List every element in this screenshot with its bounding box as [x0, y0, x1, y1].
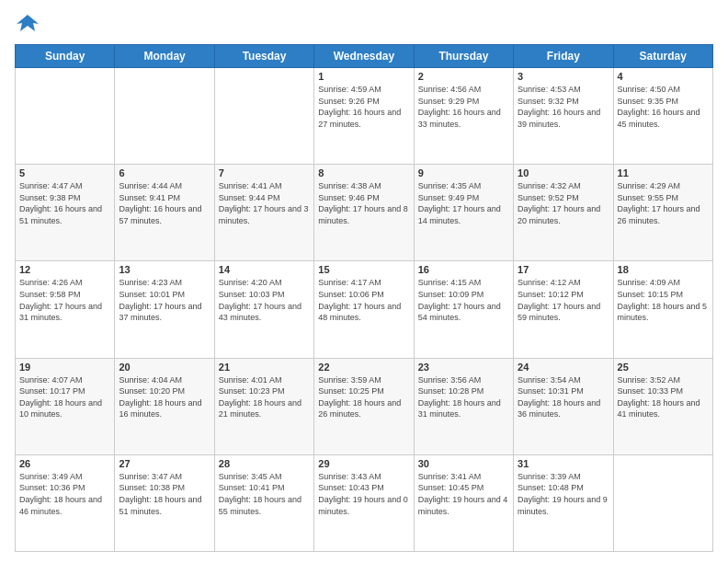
day-number: 29 [318, 458, 409, 469]
day-number: 17 [518, 264, 609, 275]
calendar-day-cell: 8Sunrise: 4:38 AM Sunset: 9:46 PM Daylig… [314, 165, 414, 261]
calendar-week-row: 19Sunrise: 4:07 AM Sunset: 10:17 PM Dayl… [16, 358, 713, 454]
day-info: Sunrise: 4:47 AM Sunset: 9:38 PM Dayligh… [19, 180, 110, 226]
day-number: 19 [19, 362, 110, 373]
day-number: 9 [418, 167, 509, 178]
calendar-header-cell: Thursday [414, 45, 513, 68]
calendar-day-cell: 22Sunrise: 3:59 AM Sunset: 10:25 PM Dayl… [314, 358, 414, 454]
calendar-day-cell: 3Sunrise: 4:53 AM Sunset: 9:32 PM Daylig… [514, 68, 613, 165]
day-info: Sunrise: 4:09 AM Sunset: 10:15 PM Daylig… [618, 277, 709, 323]
day-number: 24 [518, 362, 609, 373]
day-info: Sunrise: 3:54 AM Sunset: 10:31 PM Daylig… [518, 374, 609, 420]
calendar-header: SundayMondayTuesdayWednesdayThursdayFrid… [16, 45, 713, 68]
day-info: Sunrise: 4:56 AM Sunset: 9:29 PM Dayligh… [418, 84, 509, 130]
day-info: Sunrise: 3:49 AM Sunset: 10:36 PM Daylig… [19, 471, 110, 517]
calendar-day-cell [115, 68, 214, 165]
day-info: Sunrise: 3:45 AM Sunset: 10:41 PM Daylig… [219, 471, 310, 517]
calendar-day-cell: 12Sunrise: 4:26 AM Sunset: 9:58 PM Dayli… [16, 261, 115, 358]
calendar-day-cell: 27Sunrise: 3:47 AM Sunset: 10:38 PM Dayl… [115, 454, 214, 551]
calendar-week-row: 5Sunrise: 4:47 AM Sunset: 9:38 PM Daylig… [16, 165, 713, 261]
calendar-header-cell: Saturday [613, 45, 712, 68]
day-number: 7 [219, 167, 310, 178]
day-number: 30 [418, 458, 509, 469]
day-number: 10 [518, 167, 609, 178]
day-number: 6 [119, 167, 210, 178]
calendar-week-row: 26Sunrise: 3:49 AM Sunset: 10:36 PM Dayl… [16, 454, 713, 551]
calendar-week-row: 12Sunrise: 4:26 AM Sunset: 9:58 PM Dayli… [16, 261, 713, 358]
logo [15, 11, 44, 37]
day-info: Sunrise: 4:17 AM Sunset: 10:06 PM Daylig… [318, 277, 409, 323]
calendar-day-cell: 5Sunrise: 4:47 AM Sunset: 9:38 PM Daylig… [16, 165, 115, 261]
calendar-day-cell: 1Sunrise: 4:59 AM Sunset: 9:26 PM Daylig… [314, 68, 414, 165]
calendar-day-cell: 15Sunrise: 4:17 AM Sunset: 10:06 PM Dayl… [314, 261, 414, 358]
calendar-day-cell: 14Sunrise: 4:20 AM Sunset: 10:03 PM Dayl… [214, 261, 313, 358]
calendar-day-cell: 2Sunrise: 4:56 AM Sunset: 9:29 PM Daylig… [414, 68, 513, 165]
calendar-day-cell: 30Sunrise: 3:41 AM Sunset: 10:45 PM Dayl… [414, 454, 513, 551]
calendar-day-cell: 11Sunrise: 4:29 AM Sunset: 9:55 PM Dayli… [613, 165, 712, 261]
day-info: Sunrise: 4:20 AM Sunset: 10:03 PM Daylig… [219, 277, 310, 323]
calendar-day-cell: 25Sunrise: 3:52 AM Sunset: 10:33 PM Dayl… [613, 358, 712, 454]
day-info: Sunrise: 4:26 AM Sunset: 9:58 PM Dayligh… [19, 277, 110, 323]
day-number: 13 [119, 264, 210, 275]
header [15, 11, 713, 37]
calendar-day-cell: 7Sunrise: 4:41 AM Sunset: 9:44 PM Daylig… [214, 165, 313, 261]
calendar-day-cell: 6Sunrise: 4:44 AM Sunset: 9:41 PM Daylig… [115, 165, 214, 261]
day-number: 14 [219, 264, 310, 275]
day-info: Sunrise: 4:32 AM Sunset: 9:52 PM Dayligh… [518, 180, 609, 226]
day-number: 28 [219, 458, 310, 469]
calendar-body: 1Sunrise: 4:59 AM Sunset: 9:26 PM Daylig… [16, 68, 713, 552]
calendar-day-cell: 19Sunrise: 4:07 AM Sunset: 10:17 PM Dayl… [16, 358, 115, 454]
day-info: Sunrise: 4:50 AM Sunset: 9:35 PM Dayligh… [618, 84, 709, 130]
day-info: Sunrise: 3:39 AM Sunset: 10:48 PM Daylig… [518, 471, 609, 517]
calendar-day-cell: 13Sunrise: 4:23 AM Sunset: 10:01 PM Dayl… [115, 261, 214, 358]
calendar-day-cell: 17Sunrise: 4:12 AM Sunset: 10:12 PM Dayl… [514, 261, 613, 358]
day-number: 2 [418, 71, 509, 82]
day-number: 22 [318, 362, 409, 373]
calendar-week-row: 1Sunrise: 4:59 AM Sunset: 9:26 PM Daylig… [16, 68, 713, 165]
day-info: Sunrise: 4:35 AM Sunset: 9:49 PM Dayligh… [418, 180, 509, 226]
day-info: Sunrise: 4:15 AM Sunset: 10:09 PM Daylig… [418, 277, 509, 323]
logo-bird-icon [15, 11, 40, 37]
calendar-day-cell: 10Sunrise: 4:32 AM Sunset: 9:52 PM Dayli… [514, 165, 613, 261]
day-number: 4 [618, 71, 709, 82]
calendar-day-cell: 18Sunrise: 4:09 AM Sunset: 10:15 PM Dayl… [613, 261, 712, 358]
day-info: Sunrise: 4:29 AM Sunset: 9:55 PM Dayligh… [618, 180, 709, 226]
calendar-day-cell: 16Sunrise: 4:15 AM Sunset: 10:09 PM Dayl… [414, 261, 513, 358]
calendar-day-cell: 31Sunrise: 3:39 AM Sunset: 10:48 PM Dayl… [514, 454, 613, 551]
day-info: Sunrise: 4:23 AM Sunset: 10:01 PM Daylig… [119, 277, 210, 323]
day-info: Sunrise: 4:41 AM Sunset: 9:44 PM Dayligh… [219, 180, 310, 226]
calendar-day-cell: 4Sunrise: 4:50 AM Sunset: 9:35 PM Daylig… [613, 68, 712, 165]
day-info: Sunrise: 4:38 AM Sunset: 9:46 PM Dayligh… [318, 180, 409, 226]
calendar-day-cell: 26Sunrise: 3:49 AM Sunset: 10:36 PM Dayl… [16, 454, 115, 551]
calendar-header-cell: Wednesday [314, 45, 414, 68]
day-number: 18 [618, 264, 709, 275]
calendar-table: SundayMondayTuesdayWednesdayThursdayFrid… [15, 44, 713, 552]
day-info: Sunrise: 4:04 AM Sunset: 10:20 PM Daylig… [119, 374, 210, 420]
day-info: Sunrise: 3:47 AM Sunset: 10:38 PM Daylig… [119, 471, 210, 517]
calendar-header-cell: Monday [115, 45, 214, 68]
calendar-day-cell [214, 68, 313, 165]
day-number: 23 [418, 362, 509, 373]
day-number: 20 [119, 362, 210, 373]
calendar-header-cell: Tuesday [214, 45, 313, 68]
day-info: Sunrise: 3:52 AM Sunset: 10:33 PM Daylig… [618, 374, 709, 420]
calendar-day-cell: 29Sunrise: 3:43 AM Sunset: 10:43 PM Dayl… [314, 454, 414, 551]
day-info: Sunrise: 3:41 AM Sunset: 10:45 PM Daylig… [418, 471, 509, 517]
day-info: Sunrise: 4:07 AM Sunset: 10:17 PM Daylig… [19, 374, 110, 420]
svg-marker-0 [17, 15, 39, 31]
page: SundayMondayTuesdayWednesdayThursdayFrid… [0, 0, 728, 563]
day-number: 31 [518, 458, 609, 469]
day-info: Sunrise: 4:59 AM Sunset: 9:26 PM Dayligh… [318, 84, 409, 130]
day-number: 26 [19, 458, 110, 469]
calendar-day-cell: 20Sunrise: 4:04 AM Sunset: 10:20 PM Dayl… [115, 358, 214, 454]
calendar-day-cell [16, 68, 115, 165]
calendar-header-cell: Friday [514, 45, 613, 68]
calendar-header-cell: Sunday [16, 45, 115, 68]
calendar-day-cell: 21Sunrise: 4:01 AM Sunset: 10:23 PM Dayl… [214, 358, 313, 454]
day-number: 3 [518, 71, 609, 82]
day-number: 25 [618, 362, 709, 373]
day-info: Sunrise: 4:44 AM Sunset: 9:41 PM Dayligh… [119, 180, 210, 226]
day-info: Sunrise: 3:43 AM Sunset: 10:43 PM Daylig… [318, 471, 409, 517]
calendar-day-cell: 23Sunrise: 3:56 AM Sunset: 10:28 PM Dayl… [414, 358, 513, 454]
day-info: Sunrise: 4:12 AM Sunset: 10:12 PM Daylig… [518, 277, 609, 323]
